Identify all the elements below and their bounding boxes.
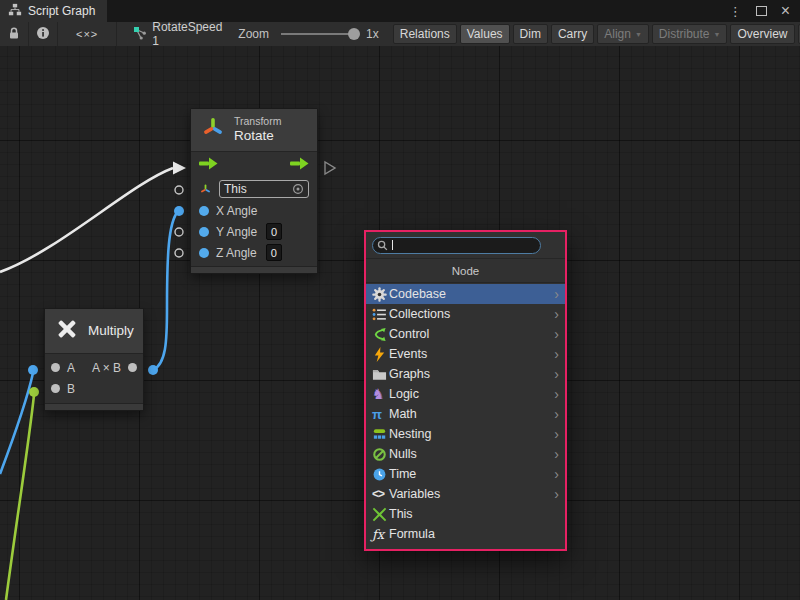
toolbar-button-overview[interactable]: Overview bbox=[730, 24, 794, 44]
tab-script-graph[interactable]: Script Graph bbox=[0, 0, 107, 22]
code-view-button[interactable]: <×> bbox=[58, 22, 117, 46]
graph-breadcrumb[interactable]: RotateSpeed 1 bbox=[133, 20, 222, 48]
graph-toolbar: <×> RotateSpeed 1 Zoom 1x RelationsValue… bbox=[0, 22, 800, 47]
finder-item-logic[interactable]: ♞Logic› bbox=[366, 384, 565, 404]
toolbar-button-label: Values bbox=[467, 27, 503, 41]
dropdown-arrow-icon: ▼ bbox=[635, 31, 642, 38]
finder-search-input[interactable] bbox=[388, 240, 536, 252]
toolbar-button-label: Align bbox=[604, 27, 631, 41]
this-external-port-empty[interactable] bbox=[175, 186, 183, 194]
z-angle-value-field[interactable]: 0 bbox=[266, 244, 282, 261]
multiply-output-port[interactable] bbox=[128, 363, 137, 372]
control-output-arrow-icon[interactable] bbox=[290, 157, 309, 173]
toolbar-button-values[interactable]: Values bbox=[460, 24, 510, 44]
code-view-icon: <×> bbox=[76, 28, 98, 40]
transform-axes-mini-icon[interactable] bbox=[199, 183, 212, 196]
window-close-icon[interactable]: × bbox=[781, 3, 790, 19]
control-output-external-port-empty[interactable] bbox=[325, 162, 335, 174]
zoom-slider-handle[interactable] bbox=[348, 28, 360, 40]
multiply-b-port[interactable] bbox=[51, 384, 60, 393]
lock-button[interactable] bbox=[0, 22, 29, 46]
info-button[interactable] bbox=[29, 22, 58, 46]
node-footer bbox=[45, 403, 143, 410]
chevron-right-icon: › bbox=[554, 427, 559, 441]
z-angle-label: Z Angle bbox=[216, 246, 257, 260]
multiply-b-external-port-connected[interactable] bbox=[29, 387, 39, 397]
text-cursor bbox=[392, 240, 393, 250]
chevron-right-icon: › bbox=[554, 387, 559, 401]
toolbar-button-align[interactable]: Align▼ bbox=[597, 24, 649, 44]
multiply-output-label: A × B bbox=[92, 361, 121, 375]
graph-tree-icon bbox=[8, 3, 22, 20]
this-object-field[interactable]: This bbox=[219, 180, 309, 198]
window-menu-icon[interactable]: ⋮ bbox=[729, 5, 742, 18]
node-transform-rotate[interactable]: Transform Rotate This bbox=[190, 108, 318, 274]
wire-into-multiply-b[interactable] bbox=[6, 395, 34, 600]
search-icon bbox=[377, 240, 388, 251]
toolbar-button-relations[interactable]: Relations bbox=[393, 24, 457, 44]
finder-search-box[interactable] bbox=[372, 237, 541, 254]
finder-list: Codebase›Collections›Control›Events›Grap… bbox=[366, 283, 565, 544]
dropdown-arrow-icon: ▼ bbox=[714, 31, 721, 38]
control-icon bbox=[372, 327, 389, 342]
multiply-output-external-port-connected[interactable] bbox=[148, 365, 158, 375]
lock-icon bbox=[7, 26, 21, 43]
math-icon: π bbox=[372, 408, 389, 421]
finder-item-time[interactable]: Time› bbox=[366, 464, 565, 484]
graphs-icon bbox=[372, 367, 389, 382]
logic-icon: ♞ bbox=[372, 387, 389, 401]
finder-item-label: Logic bbox=[389, 387, 419, 401]
finder-item-label: Nesting bbox=[389, 427, 431, 441]
toolbar-buttons: RelationsValuesDimCarryAlign▼Distribute▼… bbox=[393, 24, 800, 44]
finder-item-formula[interactable]: ƒxFormula bbox=[366, 524, 565, 544]
multiply-a-external-port-connected[interactable] bbox=[28, 365, 38, 375]
x-angle-port[interactable] bbox=[199, 206, 209, 216]
finder-item-control[interactable]: Control› bbox=[366, 324, 565, 344]
multiply-a-label: A bbox=[67, 361, 75, 375]
finder-item-collections[interactable]: Collections› bbox=[366, 304, 565, 324]
y-angle-value-field[interactable]: 0 bbox=[266, 223, 282, 240]
z-angle-external-port-empty[interactable] bbox=[175, 249, 183, 257]
z-angle-port[interactable] bbox=[199, 248, 209, 258]
gear-icon bbox=[372, 287, 389, 302]
finder-item-variables[interactable]: <>Variables› bbox=[366, 484, 565, 504]
finder-item-graphs[interactable]: Graphs› bbox=[366, 364, 565, 384]
finder-item-nesting[interactable]: Nesting› bbox=[366, 424, 565, 444]
tab-label: Script Graph bbox=[28, 4, 95, 18]
finder-item-label: Collections bbox=[389, 307, 450, 321]
object-picker-icon[interactable] bbox=[292, 183, 304, 195]
multiply-a-port[interactable] bbox=[51, 363, 60, 372]
finder-item-math[interactable]: πMath› bbox=[366, 404, 565, 424]
wire-control-flow[interactable] bbox=[0, 168, 173, 272]
finder-item-nulls[interactable]: Nulls› bbox=[366, 444, 565, 464]
wire-into-multiply-a[interactable] bbox=[0, 373, 33, 474]
y-angle-port[interactable] bbox=[199, 227, 209, 237]
y-angle-external-port-empty[interactable] bbox=[175, 228, 183, 236]
multiply-x-icon bbox=[54, 316, 80, 346]
finder-item-label: Nulls bbox=[389, 447, 417, 461]
finder-item-codebase[interactable]: Codebase› bbox=[366, 284, 565, 304]
finder-item-label: Formula bbox=[389, 527, 435, 541]
time-icon bbox=[372, 467, 389, 482]
toolbar-button-dim[interactable]: Dim bbox=[513, 24, 548, 44]
toolbar-button-distribute[interactable]: Distribute▼ bbox=[652, 24, 728, 44]
zoom-value: 1x bbox=[366, 27, 379, 41]
zoom-slider[interactable] bbox=[281, 33, 356, 35]
toolbar-button-carry[interactable]: Carry bbox=[551, 24, 594, 44]
finder-item-events[interactable]: Events› bbox=[366, 344, 565, 364]
transform-axes-icon bbox=[200, 115, 226, 145]
graph-canvas[interactable]: Transform Rotate This bbox=[0, 46, 800, 600]
wire-multiply-to-xangle[interactable] bbox=[153, 212, 178, 371]
y-angle-label: Y Angle bbox=[216, 225, 257, 239]
finder-header: Node bbox=[366, 258, 565, 283]
x-angle-external-port-connected[interactable] bbox=[174, 206, 184, 216]
node-multiply[interactable]: Multiply A A × B B bbox=[44, 308, 144, 411]
chevron-right-icon: › bbox=[554, 447, 559, 461]
window-maximize-icon[interactable] bbox=[756, 6, 767, 16]
control-input-arrow-icon[interactable] bbox=[199, 157, 218, 173]
chevron-right-icon: › bbox=[554, 487, 559, 501]
finder-item-this[interactable]: This bbox=[366, 504, 565, 524]
variables-icon: <> bbox=[372, 488, 389, 500]
multiply-b-label: B bbox=[67, 382, 75, 396]
finder-item-label: This bbox=[389, 507, 413, 521]
